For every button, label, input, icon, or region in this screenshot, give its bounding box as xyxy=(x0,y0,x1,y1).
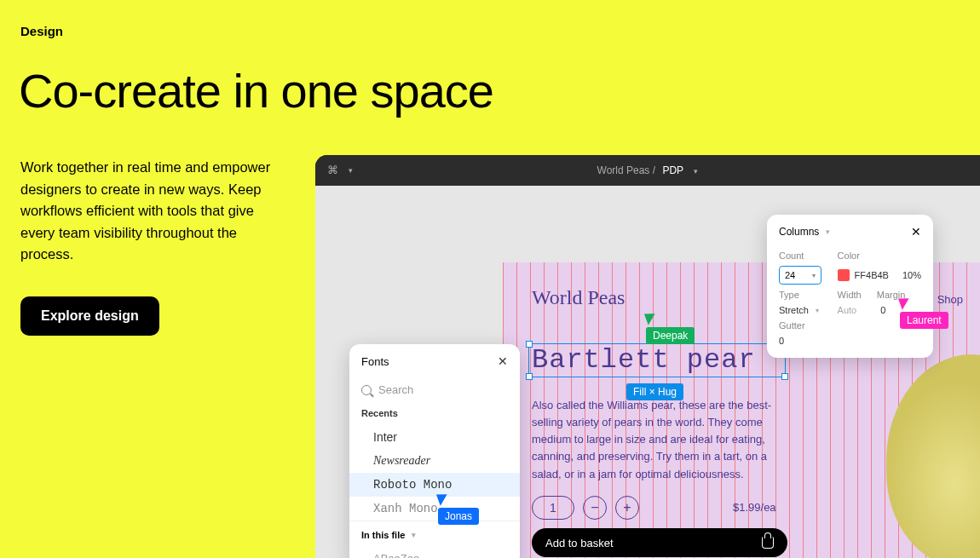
columns-panel: Columns▾ ✕ Count Color 24▾ FF4B4B 10% Ty… xyxy=(767,215,933,358)
search-placeholder: Search xyxy=(378,383,413,396)
section-label: Design xyxy=(20,24,63,38)
font-item-roboto-mono[interactable]: Roboto Mono xyxy=(349,473,520,497)
basket-icon xyxy=(762,537,774,549)
font-item-inter[interactable]: Inter xyxy=(349,425,520,449)
price-label: $1.99/ea xyxy=(733,501,776,514)
font-item-newsreader[interactable]: Newsreader xyxy=(349,449,520,473)
breadcrumb-page[interactable]: PDP xyxy=(662,164,683,176)
quantity-value[interactable]: 1 xyxy=(532,496,574,520)
color-alpha[interactable]: 10% xyxy=(902,270,921,280)
brand-logo-text: World Peas xyxy=(532,286,625,309)
nav-shop-link[interactable]: Shop xyxy=(937,293,963,306)
fonts-section-in-file[interactable]: In this file▾ xyxy=(349,521,520,549)
quantity-minus-button[interactable]: − xyxy=(583,496,607,520)
fonts-section-recents: Recents xyxy=(349,401,520,425)
columns-panel-title[interactable]: Columns▾ xyxy=(779,226,830,238)
count-input[interactable]: 24▾ xyxy=(779,266,821,285)
close-icon[interactable]: ✕ xyxy=(498,354,508,368)
label-count: Count xyxy=(779,250,827,261)
search-icon xyxy=(361,385,372,395)
basket-label: Add to basket xyxy=(545,537,614,549)
close-icon[interactable]: ✕ xyxy=(911,225,921,239)
canvas[interactable]: World Peas Shop Bartlett pear Fill × Hug… xyxy=(315,186,980,558)
quantity-plus-button[interactable]: + xyxy=(615,496,639,520)
product-description: Also called the Williams pear, these are… xyxy=(532,397,787,483)
add-to-basket-button[interactable]: Add to basket xyxy=(532,528,787,557)
chevron-down-icon[interactable]: ▾ xyxy=(694,167,698,175)
label-gutter: Gutter xyxy=(779,320,827,331)
explore-design-button[interactable]: Explore design xyxy=(20,296,159,336)
page-body: Work together in real time and empower d… xyxy=(20,157,276,266)
fonts-panel-title: Fonts xyxy=(361,355,389,368)
margin-input[interactable]: 0 xyxy=(880,305,885,315)
font-search-input[interactable]: Search xyxy=(349,378,520,401)
font-item-abeezee[interactable]: ABeeZee xyxy=(349,549,520,558)
chevron-down-icon[interactable]: ▾ xyxy=(349,166,353,175)
page-headline: Co-create in one space xyxy=(19,63,493,118)
figma-logo-icon: ⌘ xyxy=(327,164,338,176)
breadcrumb-project[interactable]: World Peas xyxy=(597,164,650,176)
design-app-shell: ⌘ ▾ World Peas / PDP ▾ World Peas Shop B… xyxy=(315,155,980,558)
width-value: Auto xyxy=(838,305,857,315)
label-color: Color xyxy=(838,250,921,261)
label-type: Type xyxy=(779,290,827,300)
label-margin: Margin xyxy=(877,290,906,300)
gutter-input[interactable]: 0 xyxy=(779,336,827,346)
font-item-xanh-mono[interactable]: Xanh Mono xyxy=(349,497,520,521)
color-swatch[interactable] xyxy=(838,269,850,281)
selection-outline xyxy=(528,343,786,377)
color-hex[interactable]: FF4B4B xyxy=(855,270,889,280)
label-width: Width xyxy=(838,290,862,300)
app-topbar: ⌘ ▾ World Peas / PDP ▾ xyxy=(315,155,980,186)
type-select[interactable]: Stretch▾ xyxy=(779,305,827,315)
fonts-panel: Fonts ✕ Search Recents Inter Newsreader … xyxy=(349,344,520,558)
pear-image xyxy=(886,354,980,558)
